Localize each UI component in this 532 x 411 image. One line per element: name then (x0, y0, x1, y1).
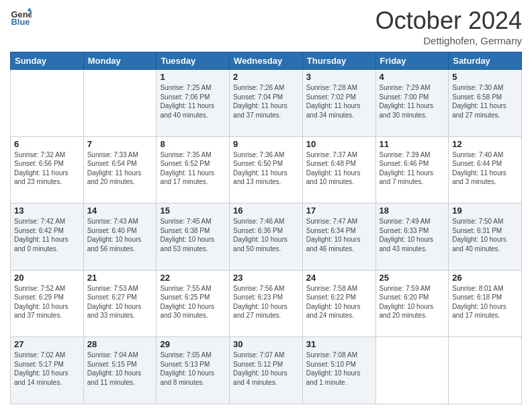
table-cell (375, 337, 449, 404)
cell-info: Sunrise: 7:58 AM Sunset: 6:22 PM Dayligh… (306, 284, 372, 320)
table-cell: 27Sunrise: 7:02 AM Sunset: 5:17 PM Dayli… (11, 337, 84, 404)
cell-day-number: 13 (14, 205, 80, 216)
cell-day-number: 28 (87, 339, 153, 349)
table-cell: 15Sunrise: 7:45 AM Sunset: 6:38 PM Dayli… (157, 203, 230, 271)
table-cell: 8Sunrise: 7:35 AM Sunset: 6:52 PM Daylig… (157, 136, 230, 203)
cell-info: Sunrise: 7:49 AM Sunset: 6:33 PM Dayligh… (380, 217, 445, 253)
cell-day-number: 20 (14, 273, 80, 283)
table-cell: 23Sunrise: 7:56 AM Sunset: 6:23 PM Dayli… (230, 270, 303, 337)
cell-info: Sunrise: 7:26 AM Sunset: 7:04 PM Dayligh… (233, 83, 299, 120)
table-cell: 7Sunrise: 7:33 AM Sunset: 6:54 PM Daylig… (83, 136, 157, 203)
col-wednesday: Wednesday (230, 52, 303, 70)
cell-day-number: 27 (14, 339, 80, 349)
cell-day-number: 11 (380, 139, 445, 149)
cell-day-number: 6 (14, 139, 80, 149)
cell-day-number: 19 (452, 205, 518, 216)
svg-text:Blue: Blue (11, 17, 30, 27)
cell-info: Sunrise: 7:07 AM Sunset: 5:12 PM Dayligh… (233, 351, 299, 387)
table-cell: 16Sunrise: 7:46 AM Sunset: 6:36 PM Dayli… (230, 203, 303, 271)
cell-day-number: 25 (380, 273, 445, 283)
calendar-row: 27Sunrise: 7:02 AM Sunset: 5:17 PM Dayli… (11, 337, 522, 404)
col-tuesday: Tuesday (157, 52, 230, 70)
location: Dettighofen, Germany (375, 35, 522, 46)
cell-info: Sunrise: 7:30 AM Sunset: 6:58 PM Dayligh… (452, 83, 518, 120)
cell-info: Sunrise: 8:01 AM Sunset: 6:18 PM Dayligh… (452, 284, 518, 320)
page: General Blue October 2024 Dettighofen, G… (0, 0, 532, 411)
cell-info: Sunrise: 7:37 AM Sunset: 6:48 PM Dayligh… (306, 150, 372, 187)
cell-day-number: 24 (306, 273, 372, 283)
cell-info: Sunrise: 7:46 AM Sunset: 6:36 PM Dayligh… (233, 217, 299, 253)
table-cell: 5Sunrise: 7:30 AM Sunset: 6:58 PM Daylig… (449, 70, 522, 137)
calendar-table: Sunday Monday Tuesday Wednesday Thursday… (10, 52, 522, 404)
cell-day-number: 29 (160, 339, 226, 349)
cell-info: Sunrise: 7:33 AM Sunset: 6:54 PM Dayligh… (87, 150, 153, 187)
logo-icon: General Blue (10, 7, 32, 28)
cell-info: Sunrise: 7:25 AM Sunset: 7:06 PM Dayligh… (160, 83, 226, 120)
table-cell: 24Sunrise: 7:58 AM Sunset: 6:22 PM Dayli… (302, 270, 375, 337)
table-cell: 11Sunrise: 7:39 AM Sunset: 6:46 PM Dayli… (375, 136, 449, 203)
header-row: Sunday Monday Tuesday Wednesday Thursday… (11, 52, 522, 70)
cell-day-number: 23 (233, 273, 299, 283)
cell-info: Sunrise: 7:45 AM Sunset: 6:38 PM Dayligh… (160, 217, 226, 253)
cell-info: Sunrise: 7:08 AM Sunset: 5:10 PM Dayligh… (306, 351, 372, 387)
cell-info: Sunrise: 7:53 AM Sunset: 6:27 PM Dayligh… (87, 284, 153, 320)
table-cell (449, 337, 522, 404)
cell-info: Sunrise: 7:28 AM Sunset: 7:02 PM Dayligh… (306, 83, 372, 120)
table-cell (83, 70, 157, 137)
col-monday: Monday (83, 52, 157, 70)
table-cell (11, 70, 84, 137)
cell-info: Sunrise: 7:43 AM Sunset: 6:40 PM Dayligh… (87, 217, 153, 253)
cell-info: Sunrise: 7:29 AM Sunset: 7:00 PM Dayligh… (380, 83, 445, 120)
table-cell: 17Sunrise: 7:47 AM Sunset: 6:34 PM Dayli… (302, 203, 375, 271)
calendar-row: 1Sunrise: 7:25 AM Sunset: 7:06 PM Daylig… (11, 70, 522, 137)
table-cell: 4Sunrise: 7:29 AM Sunset: 7:00 PM Daylig… (375, 70, 449, 137)
table-cell: 21Sunrise: 7:53 AM Sunset: 6:27 PM Dayli… (83, 270, 157, 337)
table-cell: 31Sunrise: 7:08 AM Sunset: 5:10 PM Dayli… (302, 337, 375, 404)
cell-info: Sunrise: 7:05 AM Sunset: 5:13 PM Dayligh… (160, 351, 226, 387)
cell-day-number: 21 (87, 273, 153, 283)
calendar-row: 20Sunrise: 7:52 AM Sunset: 6:29 PM Dayli… (11, 270, 522, 337)
cell-day-number: 10 (306, 139, 372, 149)
cell-info: Sunrise: 7:02 AM Sunset: 5:17 PM Dayligh… (14, 351, 80, 387)
cell-day-number: 4 (380, 72, 445, 82)
table-cell: 30Sunrise: 7:07 AM Sunset: 5:12 PM Dayli… (230, 337, 303, 404)
cell-info: Sunrise: 7:40 AM Sunset: 6:44 PM Dayligh… (452, 150, 518, 187)
cell-info: Sunrise: 7:52 AM Sunset: 6:29 PM Dayligh… (14, 284, 80, 320)
table-cell: 13Sunrise: 7:42 AM Sunset: 6:42 PM Dayli… (11, 203, 84, 271)
cell-day-number: 22 (160, 273, 226, 283)
cell-day-number: 2 (233, 72, 299, 82)
title-block: October 2024 Dettighofen, Germany (375, 7, 522, 46)
cell-day-number: 12 (452, 139, 518, 149)
table-cell: 25Sunrise: 7:59 AM Sunset: 6:20 PM Dayli… (375, 270, 449, 337)
col-friday: Friday (375, 52, 449, 70)
table-cell: 1Sunrise: 7:25 AM Sunset: 7:06 PM Daylig… (157, 70, 230, 137)
table-cell: 28Sunrise: 7:04 AM Sunset: 5:15 PM Dayli… (83, 337, 157, 404)
table-cell: 20Sunrise: 7:52 AM Sunset: 6:29 PM Dayli… (11, 270, 84, 337)
cell-day-number: 3 (306, 72, 372, 82)
cell-day-number: 30 (233, 339, 299, 349)
cell-day-number: 8 (160, 139, 226, 149)
col-sunday: Sunday (11, 52, 84, 70)
cell-info: Sunrise: 7:59 AM Sunset: 6:20 PM Dayligh… (380, 284, 445, 320)
table-cell: 22Sunrise: 7:55 AM Sunset: 6:25 PM Dayli… (157, 270, 230, 337)
month-title: October 2024 (375, 7, 522, 35)
table-cell: 18Sunrise: 7:49 AM Sunset: 6:33 PM Dayli… (375, 203, 449, 271)
cell-day-number: 18 (380, 205, 445, 216)
table-cell: 19Sunrise: 7:50 AM Sunset: 6:31 PM Dayli… (449, 203, 522, 271)
cell-info: Sunrise: 7:42 AM Sunset: 6:42 PM Dayligh… (14, 217, 80, 253)
header: General Blue October 2024 Dettighofen, G… (10, 7, 522, 46)
table-cell: 26Sunrise: 8:01 AM Sunset: 6:18 PM Dayli… (449, 270, 522, 337)
cell-info: Sunrise: 7:56 AM Sunset: 6:23 PM Dayligh… (233, 284, 299, 320)
cell-info: Sunrise: 7:35 AM Sunset: 6:52 PM Dayligh… (160, 150, 226, 187)
cell-info: Sunrise: 7:47 AM Sunset: 6:34 PM Dayligh… (306, 217, 372, 253)
calendar-row: 6Sunrise: 7:32 AM Sunset: 6:56 PM Daylig… (11, 136, 522, 203)
cell-info: Sunrise: 7:39 AM Sunset: 6:46 PM Dayligh… (380, 150, 445, 187)
cell-info: Sunrise: 7:32 AM Sunset: 6:56 PM Dayligh… (14, 150, 80, 187)
table-cell: 10Sunrise: 7:37 AM Sunset: 6:48 PM Dayli… (302, 136, 375, 203)
cell-info: Sunrise: 7:50 AM Sunset: 6:31 PM Dayligh… (452, 217, 518, 253)
table-cell: 3Sunrise: 7:28 AM Sunset: 7:02 PM Daylig… (302, 70, 375, 137)
table-cell: 2Sunrise: 7:26 AM Sunset: 7:04 PM Daylig… (230, 70, 303, 137)
cell-day-number: 7 (87, 139, 153, 149)
cell-info: Sunrise: 7:04 AM Sunset: 5:15 PM Dayligh… (87, 351, 153, 387)
cell-day-number: 14 (87, 205, 153, 216)
